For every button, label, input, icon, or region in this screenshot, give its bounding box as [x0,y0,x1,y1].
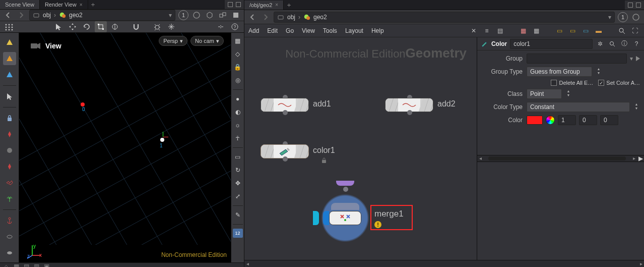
pane-max-icon[interactable] [236,2,241,7]
bb-view1-icon[interactable]: ▦ [12,263,20,267]
shelf-badge-icon[interactable]: 12 [233,229,243,238]
link-icon[interactable] [215,21,227,32]
shelf-lock-icon[interactable]: 🔒 [233,62,243,72]
close-icon[interactable]: × [275,2,278,8]
delete-all-checkbox[interactable] [551,80,557,86]
forward-icon[interactable] [16,10,26,20]
vertex-mode-icon[interactable] [3,36,16,49]
shatter-icon[interactable] [3,176,16,189]
shelf-pen-icon[interactable]: ✎ [233,210,243,220]
play-icon[interactable] [636,56,640,61]
tab-render-view[interactable]: Render View × [40,0,88,9]
expand-icon[interactable]: ⛶ [630,26,640,36]
colortype-select[interactable]: Constant [527,102,630,112]
path-input[interactable]: obj › geo2 ▾ [274,12,615,23]
rocket2-icon[interactable] [3,160,16,173]
anchor-icon[interactable] [3,214,16,227]
scroll-right-icon[interactable]: ▸ [638,261,644,266]
color-g-input[interactable] [579,115,597,125]
rotate-icon[interactable] [81,21,93,32]
face-mode-icon[interactable] [3,68,16,81]
pane-max-icon[interactable] [636,3,641,8]
group-input[interactable] [527,54,627,64]
shelf-pan-icon[interactable]: ✥ [233,178,243,188]
snap-icon[interactable] [130,21,142,32]
page-icon[interactable]: ▤ [495,26,505,36]
pin-number[interactable]: 1 [618,12,628,22]
point-0[interactable] [81,102,85,106]
grouptype-select[interactable]: Guess from Group [527,67,592,77]
set-color-checkbox[interactable] [598,80,604,86]
forward-icon[interactable] [261,12,271,22]
scroll-right-icon[interactable]: ▸ [631,155,637,161]
bb-view3-icon[interactable]: ▥ [32,263,40,267]
image-icon[interactable]: ▭ [581,26,591,36]
close-icon[interactable]: × [80,2,83,8]
node-add2[interactable]: add2 [385,98,433,112]
class-select[interactable]: Point [527,89,562,99]
pane-split-icon[interactable] [628,3,633,8]
shelf-poly-icon[interactable]: ◇ [233,49,243,59]
solid-icon[interactable] [231,10,241,20]
node-color1[interactable]: color1 [261,144,309,158]
select-icon[interactable] [52,21,65,32]
shelf-bulb-icon[interactable]: ◐ [233,107,243,117]
scroll-left-icon[interactable]: ◂ [244,261,250,266]
gear-icon[interactable]: ✲ [596,39,605,48]
scroll-play-icon[interactable]: ▶ [637,155,644,162]
node-name-input[interactable] [510,39,593,49]
bb-home-icon[interactable]: ⌂ [2,263,10,267]
palm-icon[interactable] [3,192,16,205]
color-b-input[interactable] [600,115,618,125]
grid-menu-icon[interactable] [3,21,15,32]
arrow-tool-icon[interactable] [3,90,16,103]
shelf-dot1-icon[interactable]: ● [233,94,243,104]
info-icon[interactable]: ⓘ [620,39,629,48]
grid2-icon[interactable]: ▦ [531,26,541,36]
network-scrollbar[interactable]: ◂ ▸ [244,260,644,267]
menu-tools[interactable]: Tools [323,27,337,34]
add-tab-button[interactable]: ＋ [88,0,98,9]
scale-icon[interactable] [95,21,107,32]
shelf-target-icon[interactable]: ◎ [233,75,243,85]
note1-icon[interactable]: ▭ [554,26,564,36]
add-tab-button[interactable]: ＋ [284,1,294,10]
menu-layout[interactable]: Layout [345,27,363,34]
back-icon[interactable] [3,10,13,20]
menu-help[interactable]: Help [371,27,384,34]
tab-scene-view[interactable]: Scene View [0,0,40,9]
chevron-down-icon[interactable]: ▾ [608,14,611,21]
tab-obj-geo2[interactable]: /obj/geo2 × [244,1,284,10]
folder-icon[interactable]: ▬ [594,26,604,36]
search-icon[interactable] [617,26,627,36]
path-input[interactable]: obj › geo2 ▾ [29,10,175,21]
viewport[interactable]: View Persp▾ No cam▾ yxz Non-Commercial E… [19,33,231,262]
snowflake-icon[interactable] [165,21,177,32]
menu-add[interactable]: Add [248,27,259,34]
shelf-person-icon[interactable]: ☥ [233,133,243,143]
ring-icon[interactable] [3,230,16,243]
cube-pair-icon[interactable] [218,10,228,20]
search-icon[interactable] [608,39,617,48]
help-icon[interactable]: ? [632,39,641,48]
list-icon[interactable]: ≡ [482,26,492,36]
help-icon[interactable]: ? [229,21,241,32]
handle-icon[interactable] [109,21,121,32]
take-icon[interactable] [631,12,641,22]
grouptype-stepper[interactable]: ▲▼ [595,67,602,76]
back-icon[interactable] [247,12,257,22]
bug-icon[interactable] [151,21,163,32]
point-1[interactable] [160,138,164,142]
persp-dropdown[interactable]: Persp▾ [159,36,187,46]
color-r-input[interactable] [558,115,576,125]
menu-view[interactable]: View [302,27,315,34]
menu-edit[interactable]: Edit [267,27,278,34]
color-swatch[interactable] [527,116,543,125]
shelf-sun-icon[interactable]: ☼ [233,120,243,130]
menu-go[interactable]: Go [286,27,294,34]
wrench-icon[interactable]: ✕ [469,26,479,36]
box-icon[interactable] [205,10,215,20]
note2-icon[interactable]: ▭ [567,26,577,36]
chevron-down-icon[interactable]: ▾ [169,12,172,19]
lock-icon[interactable] [3,112,16,125]
